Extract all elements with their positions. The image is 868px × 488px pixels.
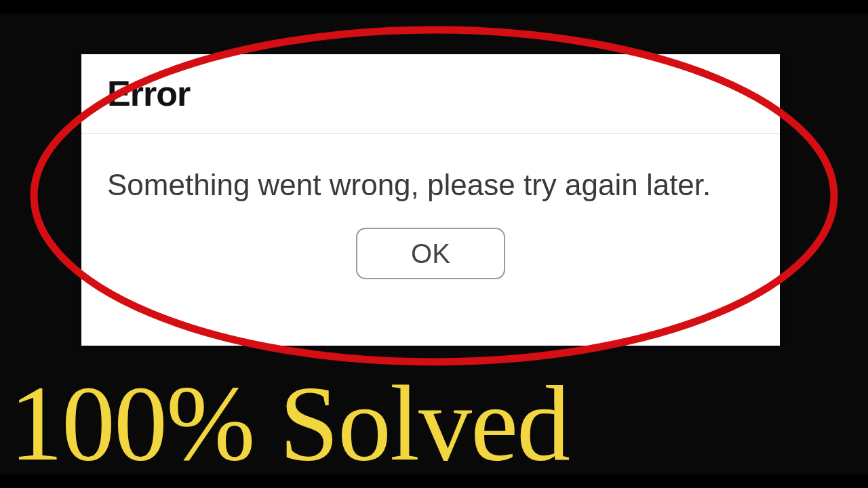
error-dialog: Error Something went wrong, please try a… [81, 54, 780, 346]
dialog-message: Something went wrong, please try again l… [107, 166, 754, 203]
thumbnail-stage: Error Something went wrong, please try a… [0, 14, 868, 474]
dialog-header: Error [81, 54, 780, 134]
letterbox-top [0, 0, 868, 14]
solved-banner-text: 100% Solved [9, 373, 569, 474]
letterbox-bottom [0, 474, 868, 488]
dialog-body: Something went wrong, please try again l… [81, 134, 780, 279]
dialog-actions: OK [107, 228, 754, 279]
dialog-title: Error [107, 73, 754, 114]
ok-button[interactable]: OK [356, 228, 505, 279]
